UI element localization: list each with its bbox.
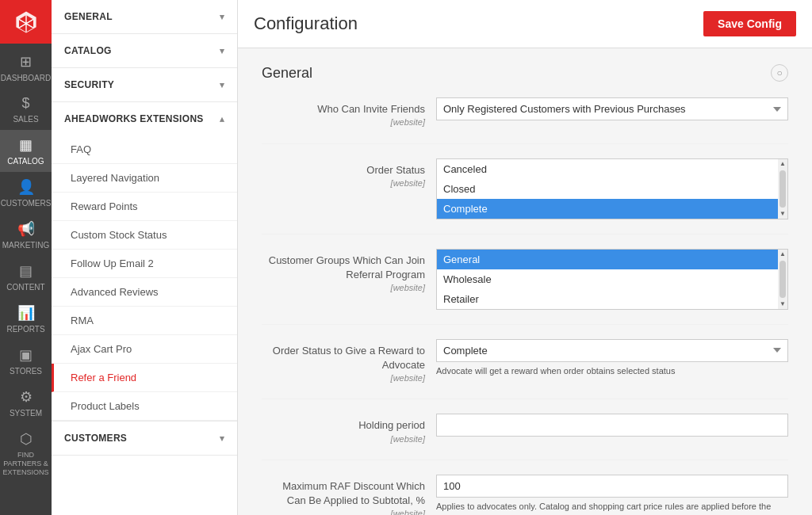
nav-label-system: SYSTEM [10, 409, 42, 418]
chevron-down-icon-catalog: ▾ [220, 46, 224, 56]
sidebar-item-advanced-reviews[interactable]: Advanced Reviews [52, 278, 237, 307]
chevron-down-icon: ▾ [220, 12, 224, 22]
multiselect-order-status-list: Canceled Closed Complete [437, 159, 787, 219]
select-who-can-invite[interactable]: Only Registered Customers with Previous … [436, 97, 788, 120]
select-order-status-reward[interactable]: Complete [436, 339, 788, 362]
input-holding-period[interactable] [436, 414, 788, 437]
form-row-order-status-reward: Order Status to Give a Reward to Advocat… [262, 339, 788, 400]
sidebar-section-label-security: SECURITY [64, 79, 114, 90]
scroll-up-arrow[interactable]: ▲ [778, 250, 787, 259]
label-holding-period: Holding period [website] [262, 414, 436, 445]
list-item[interactable]: Canceled [437, 159, 787, 179]
nav-item-reports[interactable]: 📊 REPORTS [0, 298, 52, 340]
collapse-icon[interactable]: ○ [771, 64, 788, 82]
list-item[interactable]: General [437, 250, 787, 269]
sidebar-section-general: GENERAL ▾ [52, 0, 237, 34]
label-order-status: Order Status [website] [262, 158, 436, 190]
multiselect-customer-groups[interactable]: General Wholesale Retailer ▲ ▼ [436, 249, 788, 310]
multiselect-order-status[interactable]: Canceled Closed Complete ▲ ▼ [436, 158, 788, 219]
sidebar-item-faq[interactable]: FAQ [52, 135, 237, 164]
hint-order-status-reward: Advocate will get a reward when order ob… [436, 365, 788, 377]
sidebar-section-customers: CUSTOMERS ▾ [52, 422, 237, 456]
control-order-status-reward: Complete Advocate will get a reward when… [436, 339, 788, 377]
scrollbar-order-status: ▲ ▼ [778, 159, 787, 219]
control-holding-period [436, 414, 788, 437]
scroll-down-arrow[interactable]: ▼ [778, 299, 787, 309]
nav-item-catalog[interactable]: ▦ CATALOG [0, 130, 52, 172]
sidebar-item-rma[interactable]: RMA [52, 307, 237, 335]
chevron-up-icon-aheadworks: ▴ [220, 114, 224, 124]
dashboard-icon: ⊞ [20, 53, 32, 71]
sidebar-item-ajax-cart-pro[interactable]: Ajax Cart Pro [52, 335, 237, 364]
sidebar-section-header-security[interactable]: SECURITY ▾ [52, 68, 237, 101]
nav-item-marketing[interactable]: 📢 MARKETING [0, 214, 52, 256]
sidebar-item-product-labels[interactable]: Product Labels [52, 392, 237, 421]
label-customer-groups: Customer Groups Which Can Join Referral … [262, 249, 436, 295]
scope-order-status: [website] [262, 177, 425, 189]
scroll-thumb [779, 261, 786, 298]
page-title: Configuration [254, 13, 358, 34]
scroll-thumb [779, 170, 786, 208]
sidebar: GENERAL ▾ CATALOG ▾ SECURITY ▾ AHEADWORK… [52, 0, 238, 515]
sidebar-item-refer-a-friend[interactable]: Refer a Friend [52, 364, 237, 392]
hint-max-raf-discount: Applies to advocates only. Catalog and s… [436, 501, 788, 515]
stores-icon: ▣ [19, 346, 33, 364]
nav-label-marketing: MARKETING [2, 241, 49, 250]
nav-label-reports: REPORTS [6, 325, 44, 334]
nav-item-content[interactable]: ▤ CONTENT [0, 256, 52, 298]
sidebar-item-follow-up-email[interactable]: Follow Up Email 2 [52, 250, 237, 278]
nav-item-stores[interactable]: ▣ STORES [0, 340, 52, 382]
chevron-down-icon-customers: ▾ [220, 433, 224, 444]
top-bar: Configuration Save Config [238, 0, 812, 48]
sidebar-section-label-customers: CUSTOMERS [64, 433, 127, 444]
chevron-down-icon-security: ▾ [220, 80, 224, 90]
scope-customer-groups: [website] [262, 282, 425, 294]
list-item[interactable]: Closed [437, 179, 787, 199]
marketing-icon: 📢 [17, 220, 35, 238]
save-config-button[interactable]: Save Config [703, 11, 796, 36]
nav-item-extensions[interactable]: ⬡ FIND PARTNERS & EXTENSIONS [0, 424, 52, 483]
nav-item-system[interactable]: ⚙ SYSTEM [0, 382, 52, 424]
sidebar-section-security: SECURITY ▾ [52, 68, 237, 102]
reports-icon: 📊 [17, 304, 35, 322]
sidebar-item-reward-points[interactable]: Reward Points [52, 193, 237, 221]
nav-item-customers[interactable]: 👤 CUSTOMERS [0, 172, 52, 214]
section-title-row: General ○ [262, 64, 788, 82]
label-order-status-reward: Order Status to Give a Reward to Advocat… [262, 339, 436, 385]
content-icon: ▤ [19, 262, 33, 280]
app-logo[interactable] [0, 0, 52, 44]
scope-who-can-invite: [website] [262, 116, 425, 128]
control-who-can-invite: Only Registered Customers with Previous … [436, 97, 788, 120]
sidebar-items-aheadworks: FAQ Layered Navigation Reward Points Cus… [52, 135, 237, 421]
form-row-order-status: Order Status [website] Canceled Closed C… [262, 158, 788, 235]
nav-item-sales[interactable]: $ SALES [0, 89, 52, 130]
sidebar-item-layered-navigation[interactable]: Layered Navigation [52, 164, 237, 193]
sidebar-section-header-general[interactable]: GENERAL ▾ [52, 0, 237, 33]
nav-item-dashboard[interactable]: ⊞ DASHBOARD [0, 47, 52, 89]
input-max-raf-discount[interactable] [436, 475, 788, 498]
nav-label-sales: SALES [13, 115, 38, 124]
sidebar-item-custom-stock-status[interactable]: Custom Stock Status [52, 221, 237, 250]
nav-label-extensions: FIND PARTNERS & EXTENSIONS [3, 451, 49, 476]
sidebar-section-header-aheadworks[interactable]: AHEADWORKS EXTENSIONS ▴ [52, 102, 237, 135]
label-max-raf-discount: Maximum RAF Discount Which Can Be Applie… [262, 475, 436, 515]
scroll-up-arrow[interactable]: ▲ [778, 159, 787, 169]
control-max-raf-discount: Applies to advocates only. Catalog and s… [436, 475, 788, 515]
nav-label-dashboard: DASHBOARD [1, 74, 51, 82]
form-row-holding-period: Holding period [website] [262, 414, 788, 460]
scope-max-raf-discount: [website] [262, 508, 425, 515]
sidebar-section-header-customers[interactable]: CUSTOMERS ▾ [52, 422, 237, 455]
scope-order-status-reward: [website] [262, 372, 425, 384]
nav-label-catalog: CATALOG [7, 157, 44, 166]
list-item[interactable]: Complete [437, 199, 787, 219]
list-item[interactable]: Wholesale [437, 269, 787, 289]
section-title: General [262, 65, 312, 82]
content-area: General ○ Who Can Invite Friends [websit… [238, 48, 812, 515]
scroll-down-arrow[interactable]: ▼ [778, 209, 787, 219]
sidebar-section-aheadworks: AHEADWORKS EXTENSIONS ▴ FAQ Layered Navi… [52, 102, 237, 422]
sidebar-section-header-catalog[interactable]: CATALOG ▾ [52, 34, 237, 67]
left-navigation: ⊞ DASHBOARD $ SALES ▦ CATALOG 👤 CUSTOMER… [0, 0, 52, 515]
list-item[interactable]: Retailer [437, 289, 787, 309]
nav-label-content: CONTENT [6, 283, 44, 292]
sidebar-section-label-catalog: CATALOG [64, 45, 112, 56]
